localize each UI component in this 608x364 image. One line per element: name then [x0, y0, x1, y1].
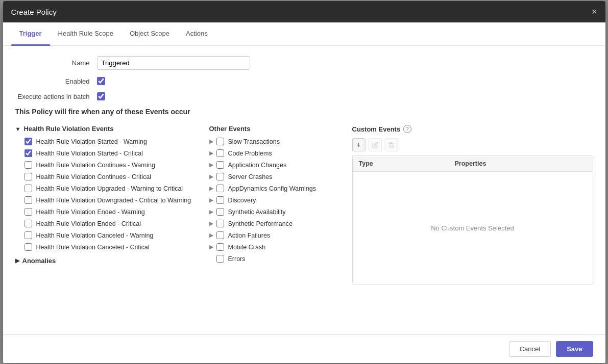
expand-arrow-icon[interactable]: ▶	[209, 197, 213, 203]
oe2-label[interactable]: Code Problems	[228, 150, 272, 157]
expand-arrow-icon[interactable]: ▶	[209, 232, 213, 239]
name-row: Name	[15, 56, 593, 70]
other-events-section-header: Other Events	[209, 125, 347, 133]
create-policy-modal: Create Policy × Trigger Health Rule Scop…	[3, 1, 605, 363]
close-button[interactable]: ×	[592, 7, 597, 16]
modal-header: Create Policy ×	[3, 1, 605, 22]
list-item: ▶ Errors	[209, 255, 347, 263]
policy-description: This Policy will fire when any of these …	[15, 108, 593, 116]
oe9-checkbox[interactable]	[216, 231, 224, 239]
expand-arrow-icon[interactable]: ▶	[209, 185, 213, 192]
hrv5-label[interactable]: Health Rule Violation Upgraded - Warning…	[36, 185, 183, 192]
tab-object-scope[interactable]: Object Scope	[121, 22, 178, 46]
oe8-label[interactable]: Synthetic Performance	[228, 220, 293, 227]
oe2-checkbox[interactable]	[216, 149, 224, 157]
oe1-checkbox[interactable]	[216, 138, 224, 145]
tab-trigger[interactable]: Trigger	[11, 22, 50, 46]
oe3-label[interactable]: Application Changes	[228, 162, 287, 169]
health-rule-list: Health Rule Violation Started - Warning …	[25, 138, 204, 251]
oe5-checkbox[interactable]	[216, 185, 224, 192]
hrv10-label[interactable]: Health Rule Violation Canceled - Critica…	[36, 244, 150, 251]
oe1-label[interactable]: Slow Transactions	[228, 138, 280, 145]
hrv6-checkbox[interactable]	[25, 196, 32, 204]
list-item: Health Rule Violation Upgraded - Warning…	[25, 185, 204, 192]
list-item: ▶ Synthetic Performance	[209, 220, 347, 227]
hrv8-label[interactable]: Health Rule Violation Ended - Critical	[36, 220, 141, 227]
edit-custom-event-button[interactable]	[369, 138, 382, 151]
health-rule-section-header[interactable]: ▼ Health Rule Violation Events	[15, 125, 204, 133]
events-section: ▼ Health Rule Violation Events Health Ru…	[15, 125, 593, 284]
oe7-label[interactable]: Synthetic Availability	[228, 209, 286, 216]
cancel-button[interactable]: Cancel	[509, 341, 551, 357]
oe4-label[interactable]: Server Crashes	[228, 173, 273, 180]
modal-footer: Cancel Save	[3, 334, 605, 363]
execute-batch-checkbox[interactable]	[97, 92, 105, 100]
oe3-checkbox[interactable]	[216, 161, 224, 169]
oe4-checkbox[interactable]	[216, 173, 224, 180]
list-item: ▶ Application Changes	[209, 161, 347, 169]
anomalies-section-header[interactable]: ▶ Anomalies	[15, 257, 204, 265]
hrv4-label[interactable]: Health Rule Violation Continues - Critic…	[36, 173, 152, 180]
hrv3-checkbox[interactable]	[25, 161, 32, 169]
hrv1-label[interactable]: Health Rule Violation Started - Warning	[36, 138, 147, 145]
expand-arrow-icon[interactable]: ▶	[209, 138, 213, 145]
oe7-checkbox[interactable]	[216, 208, 224, 216]
tab-health-rule-scope[interactable]: Health Rule Scope	[50, 22, 121, 46]
custom-events-table-body: No Custom Events Selected	[353, 172, 593, 284]
hrv4-checkbox[interactable]	[25, 173, 32, 180]
enabled-checkbox[interactable]	[97, 77, 105, 85]
hrv10-checkbox[interactable]	[25, 243, 32, 251]
oe9-label[interactable]: Action Failures	[228, 232, 271, 239]
hrv7-label[interactable]: Health Rule Violation Ended - Warning	[36, 209, 145, 216]
help-icon[interactable]: ?	[403, 125, 411, 133]
edit-icon	[372, 142, 378, 148]
list-item: ▶ AppDynamics Config Warnings	[209, 185, 347, 192]
modal-title: Create Policy	[11, 8, 57, 16]
list-item: Health Rule Violation Canceled - Critica…	[25, 243, 204, 251]
custom-events-toolbar: +	[352, 138, 593, 151]
hrv2-checkbox[interactable]	[25, 149, 32, 157]
hrv9-checkbox[interactable]	[25, 231, 32, 239]
hrv6-label[interactable]: Health Rule Violation Downgraded - Criti…	[36, 197, 191, 204]
tab-actions[interactable]: Actions	[178, 22, 216, 46]
oe8-checkbox[interactable]	[216, 220, 224, 227]
list-item: ▶ Slow Transactions	[209, 138, 347, 145]
hrv1-checkbox[interactable]	[25, 138, 32, 145]
hrv7-checkbox[interactable]	[25, 208, 32, 216]
type-column-header: Type	[353, 156, 449, 171]
list-item: Health Rule Violation Downgraded - Criti…	[25, 196, 204, 204]
oe5-label[interactable]: AppDynamics Config Warnings	[228, 185, 317, 192]
expand-arrow-icon[interactable]: ▶	[209, 209, 213, 215]
anomalies-label: Anomalies	[22, 257, 56, 265]
add-custom-event-button[interactable]: +	[352, 138, 366, 151]
hrv9-label[interactable]: Health Rule Violation Canceled - Warning	[36, 232, 154, 239]
list-item: ▶ Discovery	[209, 196, 347, 204]
health-rule-arrow: ▼	[15, 126, 21, 132]
oe6-checkbox[interactable]	[216, 196, 224, 204]
custom-events-col: Custom Events ? + Type	[347, 125, 593, 284]
expand-arrow-icon[interactable]: ▶	[209, 150, 213, 157]
hrv5-checkbox[interactable]	[25, 185, 32, 192]
custom-events-table: Type Properties No Custom Events Selecte…	[352, 155, 593, 284]
hrv8-checkbox[interactable]	[25, 220, 32, 227]
expand-arrow-icon[interactable]: ▶	[209, 220, 213, 227]
trash-icon	[388, 142, 395, 148]
oe6-label[interactable]: Discovery	[228, 197, 256, 204]
health-rule-section-label: Health Rule Violation Events	[23, 125, 113, 133]
no-data-message: No Custom Events Selected	[431, 224, 514, 232]
oe11-checkbox[interactable]	[216, 255, 224, 263]
hrv2-label[interactable]: Health Rule Violation Started - Critical	[36, 150, 143, 157]
list-item: ▶ Code Problems	[209, 149, 347, 157]
expand-arrow-icon[interactable]: ▶	[209, 173, 213, 180]
oe11-label[interactable]: Errors	[228, 255, 246, 263]
name-label: Name	[15, 59, 97, 67]
hrv3-label[interactable]: Health Rule Violation Continues - Warnin…	[36, 162, 155, 169]
expand-arrow-icon[interactable]: ▶	[209, 162, 213, 168]
delete-custom-event-button[interactable]	[385, 138, 398, 151]
oe10-checkbox[interactable]	[216, 243, 224, 251]
name-input[interactable]	[97, 56, 250, 70]
oe10-label[interactable]: Mobile Crash	[228, 244, 266, 251]
expand-arrow-icon[interactable]: ▶	[209, 244, 213, 250]
save-button[interactable]: Save	[556, 341, 593, 357]
enabled-row: Enabled	[15, 77, 593, 85]
